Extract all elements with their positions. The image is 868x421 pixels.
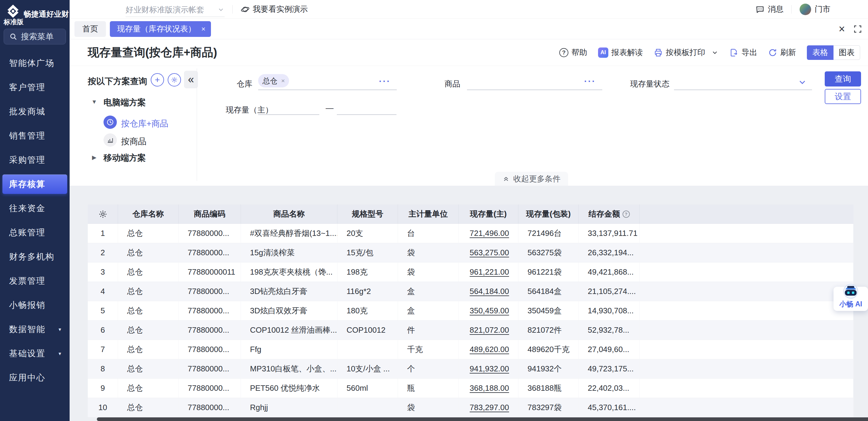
cell-qty-pkg: 489620千克 — [519, 340, 579, 359]
sidebar-item-label: 应用中心 — [9, 372, 45, 384]
scheme-item-product[interactable]: 按商品 — [121, 136, 147, 147]
cell-text: 52,932,78... — [588, 325, 629, 335]
cell-qty[interactable]: 821,072.00 — [459, 321, 519, 340]
messages-button[interactable]: 消息 — [755, 4, 783, 14]
sidebar-item-8[interactable]: 总账管理 — [2, 223, 67, 242]
demo-link[interactable]: 我要看实例演示 — [241, 4, 308, 14]
sidebar-item-3[interactable]: 批发商城 — [2, 102, 67, 121]
cell-text: 33,137,911.71 — [588, 229, 638, 238]
user-name: 门市 — [815, 4, 831, 14]
column-header-2[interactable]: 商品编码 — [179, 204, 241, 224]
cell-qty[interactable]: 783,297.00 — [459, 398, 519, 417]
sidebar-item-11[interactable]: 小畅报销 — [2, 295, 67, 315]
collapse-more-button[interactable]: 收起更多条件 — [495, 172, 568, 186]
cell-qty[interactable]: 564,184.00 — [459, 282, 519, 301]
cell-amount: 27,049,60... — [579, 340, 640, 359]
sidebar-item-4[interactable]: 销售管理 — [2, 126, 67, 145]
column-settings-button[interactable] — [88, 204, 118, 224]
sidebar-item-7[interactable]: 往来资金 — [2, 199, 67, 218]
sidebar-item-2[interactable]: 客户管理 — [2, 78, 67, 97]
stock-status-select[interactable] — [674, 90, 812, 90]
cell-qty[interactable]: 368,188.00 — [459, 379, 519, 398]
scheme-item-warehouse-product[interactable]: 按仓库+商品 — [121, 118, 168, 129]
cell-qty-pkg: 961221袋 — [519, 262, 579, 282]
qty-link: 961,221.00 — [470, 267, 509, 277]
cell-qty[interactable]: 941,932.00 — [459, 359, 519, 379]
user-menu[interactable]: 门市 — [800, 4, 831, 15]
sidebar-item-6[interactable]: 库存核算 — [2, 174, 67, 194]
column-header-7[interactable]: 现存量(包装) — [519, 204, 579, 224]
ai-assistant-widget[interactable]: 小畅 AI — [834, 287, 868, 311]
sidebar-item-9[interactable]: 财务多机构 — [2, 247, 67, 266]
qty-min-input[interactable] — [258, 114, 319, 115]
account-selector[interactable]: 好业财标准版演示帐套 — [126, 3, 224, 17]
cell-qty[interactable]: 489,620.00 — [459, 340, 519, 359]
collapse-panel-button[interactable]: « — [184, 71, 198, 88]
close-all-tabs-icon[interactable]: × — [839, 24, 845, 34]
view-chart-button[interactable]: 图表 — [834, 45, 860, 60]
caret-right-icon[interactable]: ▶ — [92, 154, 97, 161]
sidebar-item-14[interactable]: 应用中心 — [2, 368, 67, 387]
column-header-8[interactable]: 结存金额? — [579, 204, 640, 224]
chevron-down-icon[interactable] — [798, 77, 807, 87]
column-header-1[interactable]: 仓库名称 — [118, 204, 179, 224]
cell-code: 77880000... — [179, 340, 241, 359]
column-header-5[interactable]: 主计量单位 — [398, 204, 459, 224]
tab-home[interactable]: 首页 — [74, 21, 106, 37]
horizontal-scrollbar[interactable] — [97, 417, 868, 421]
sidebar-item-5[interactable]: 采购管理 — [2, 150, 67, 170]
cell-text: 198克灰枣夹核桃（馋... — [250, 267, 333, 277]
search-menu[interactable]: 搜索菜单 — [4, 29, 66, 44]
scheme-settings-button[interactable] — [168, 73, 181, 87]
fullscreen-icon[interactable] — [854, 25, 862, 33]
cell-qty[interactable]: 563,275.00 — [459, 243, 519, 262]
cell-code: 77880000... — [179, 398, 241, 417]
tag-remove-icon[interactable]: × — [281, 77, 285, 85]
sidebar-item-10[interactable]: 发票管理 — [2, 271, 67, 291]
warehouse-more-icon[interactable]: ··· — [379, 76, 391, 87]
filter-stock-status-label: 现存量状态 — [630, 78, 670, 89]
tab-stock-report[interactable]: 现存量（库存状况表） × — [110, 21, 211, 37]
tab-close-icon[interactable]: × — [201, 25, 206, 33]
help-button[interactable]: ? 帮助 — [559, 47, 587, 58]
ai-interpret-button[interactable]: AI 报表解读 — [598, 47, 643, 58]
warehouse-tag[interactable]: 总仓 × — [258, 74, 289, 88]
cell-text: 总仓 — [127, 363, 143, 374]
sidebar-item-12[interactable]: 数据智能▾ — [2, 320, 67, 339]
cell-qty[interactable]: 961,221.00 — [459, 262, 519, 282]
settings-button[interactable]: 设置 — [825, 89, 861, 104]
cell-blank — [640, 359, 854, 379]
cell-spec: COP10012 — [337, 321, 398, 340]
cell-qty[interactable]: 350,459.00 — [459, 301, 519, 321]
sidebar-item-13[interactable]: 基础设置▾ — [2, 344, 67, 363]
product-more-icon[interactable]: ··· — [584, 76, 596, 87]
caret-down-icon[interactable]: ▼ — [91, 99, 97, 105]
cell-text: 77880000... — [188, 248, 229, 257]
tree-group-pc[interactable]: 电脑端方案 — [103, 97, 146, 108]
cell-amount: 22,402,03... — [579, 379, 640, 398]
print-template-button[interactable]: 按模板打印 — [654, 47, 718, 58]
tree-group-mobile[interactable]: 移动端方案 — [103, 152, 146, 164]
add-scheme-button[interactable] — [151, 73, 164, 87]
cell-amount: 49,421,868... — [579, 262, 640, 282]
column-header-6[interactable]: 现存量(主) — [459, 204, 519, 224]
search-icon — [9, 33, 17, 40]
qty-max-input[interactable] — [337, 114, 397, 115]
cell-warehouse: 总仓 — [118, 224, 179, 243]
sidebar-item-label: 智能体广场 — [9, 58, 55, 69]
view-table-button[interactable]: 表格 — [807, 45, 834, 60]
sidebar-item-label: 数据智能 — [9, 324, 45, 335]
refresh-button[interactable]: 刷新 — [768, 47, 796, 58]
column-header-4[interactable]: 规格型号 — [337, 204, 398, 224]
sidebar-item-1[interactable]: 智能体广场 — [2, 54, 67, 73]
column-header-3[interactable]: 商品名称 — [241, 204, 337, 224]
cell-qty[interactable]: 721,496.00 — [459, 224, 519, 243]
chevron-down-icon[interactable] — [711, 49, 718, 56]
search-button[interactable]: 查询 — [825, 71, 861, 87]
warehouse-input[interactable] — [258, 90, 397, 90]
cell-blank — [640, 379, 854, 398]
cell-text: Rghjj — [250, 403, 268, 412]
help-label: 帮助 — [571, 47, 587, 58]
export-button[interactable]: 导出 — [730, 47, 757, 58]
product-input[interactable] — [467, 90, 602, 90]
